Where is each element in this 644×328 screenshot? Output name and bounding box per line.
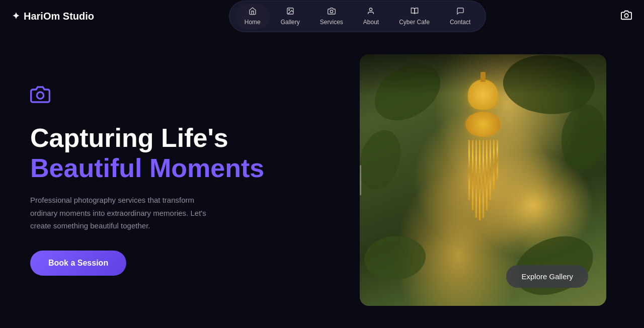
- nav-item-home[interactable]: Home: [235, 4, 270, 29]
- book-session-button[interactable]: Book a Session: [30, 251, 126, 276]
- strand-3: [475, 140, 477, 218]
- leaf-overlay-3: [361, 230, 429, 285]
- svg-point-3: [370, 8, 372, 11]
- explore-gallery-button[interactable]: Explore Gallery: [506, 265, 588, 288]
- nav-label-about: About: [363, 19, 379, 26]
- nav-item-about[interactable]: About: [354, 4, 388, 29]
- cyber-cafe-icon: [411, 7, 419, 17]
- leaf-overlay-6: [558, 103, 606, 172]
- strand-5: [482, 140, 484, 218]
- nav-item-cyber-cafe[interactable]: Cyber Cafe: [390, 4, 439, 29]
- hero-subtitle: Professional photography services that t…: [30, 194, 221, 232]
- hero-title-line1: Capturing Life's: [30, 123, 228, 152]
- brand-name: HariOm Studio: [24, 11, 94, 22]
- hero-title-accent: Beautiful Moments: [30, 153, 264, 183]
- svg-point-1: [288, 9, 289, 10]
- strand-1: [468, 140, 470, 200]
- nav-pill: Home Gallery Services About Cyber Cafe: [229, 1, 486, 32]
- svg-point-2: [330, 10, 333, 13]
- main-content: Capturing Life's Beautiful Moments Profe…: [0, 32, 644, 328]
- photo-section: Explore Gallery: [332, 32, 644, 328]
- services-icon: [328, 7, 336, 17]
- gallery-icon: [286, 7, 294, 17]
- strand-6: [486, 140, 488, 210]
- nav-item-contact[interactable]: Contact: [441, 4, 479, 29]
- contact-icon: [456, 7, 464, 17]
- top-right-camera-icon[interactable]: [621, 10, 632, 23]
- logo-icon: ✦: [12, 11, 20, 22]
- jewelry-top: [468, 79, 498, 110]
- nav-item-services[interactable]: Services: [311, 4, 352, 29]
- nav-label-contact: Contact: [450, 19, 470, 26]
- navbar: ✦ HariOm Studio Home Gallery Services: [0, 0, 644, 32]
- hero-title: Capturing Life's Beautiful Moments: [30, 123, 302, 184]
- scroll-indicator: [360, 165, 361, 195]
- nav-label-gallery: Gallery: [281, 19, 300, 26]
- jewelry-visual: [434, 79, 532, 268]
- photo-frame: Explore Gallery: [360, 54, 606, 306]
- strand-2: [472, 140, 473, 210]
- nav-item-gallery[interactable]: Gallery: [272, 4, 309, 29]
- about-icon: [367, 7, 375, 17]
- strand-7: [490, 140, 491, 200]
- strand-9: [497, 140, 498, 180]
- jewelry-strands: [468, 140, 498, 220]
- nav-label-home: Home: [245, 19, 261, 26]
- leaf-overlay-5: [360, 128, 403, 192]
- strand-4: [479, 140, 480, 220]
- hero-section: Capturing Life's Beautiful Moments Profe…: [0, 32, 332, 328]
- home-icon: [249, 7, 257, 17]
- jewelry-mid: [465, 112, 501, 137]
- svg-point-5: [37, 92, 43, 99]
- nav-label-cyber-cafe: Cyber Cafe: [399, 19, 430, 26]
- hero-camera-icon: [30, 85, 302, 109]
- brand-logo[interactable]: ✦ HariOm Studio: [12, 11, 94, 22]
- svg-point-4: [624, 14, 628, 17]
- strand-8: [493, 140, 495, 190]
- nav-label-services: Services: [320, 19, 343, 26]
